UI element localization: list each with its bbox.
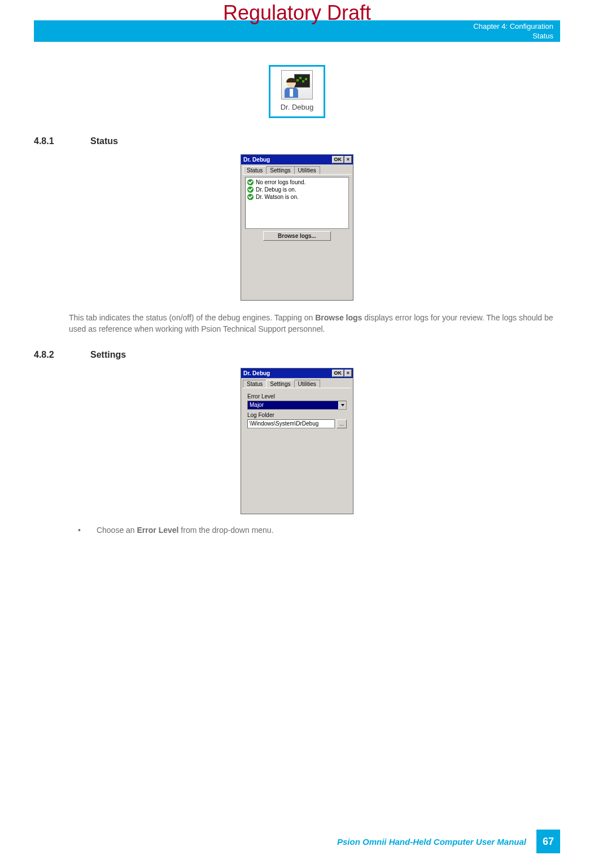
text-bold: Error Level (137, 526, 179, 535)
dr-debug-icon-image (281, 70, 313, 99)
close-button[interactable]: × (344, 156, 352, 163)
dialog-title: Dr. Debug (243, 370, 270, 376)
regulatory-draft-watermark: Regulatory Draft (223, 1, 371, 25)
dr-debug-status-dialog: Dr. Debug OK × Status Settings Utilities… (241, 154, 353, 301)
tab-settings[interactable]: Settings (266, 380, 294, 388)
tab-status[interactable]: Status (243, 166, 267, 174)
text: This tab indicates the status (on/off) o… (69, 313, 315, 322)
manual-title: Psion Omnii Hand-Held Computer User Manu… (337, 837, 526, 847)
status-item: Dr. Debug is on. (247, 186, 347, 193)
tab-utilities[interactable]: Utilities (294, 166, 320, 174)
check-icon (247, 194, 254, 200)
doctor-icon (284, 79, 299, 98)
section-title: Settings (90, 350, 126, 360)
log-folder-input[interactable] (247, 419, 335, 428)
section-481-heading: 4.8.1 Status (34, 136, 560, 146)
browse-path-button[interactable]: ... (337, 419, 347, 428)
log-folder-label: Log Folder (247, 412, 347, 418)
header-text: Chapter 4: Configuration Status (473, 22, 553, 41)
close-button[interactable]: × (344, 370, 352, 377)
tab-status[interactable]: Status (243, 380, 267, 388)
dialog-titlebar: Dr. Debug OK × (241, 155, 353, 164)
check-icon (247, 179, 254, 185)
tab-utilities[interactable]: Utilities (294, 380, 320, 388)
status-item-text: Dr. Watson is on. (256, 194, 299, 200)
page-number: 67 (536, 830, 560, 853)
text: from the drop-down menu. (178, 526, 273, 535)
dr-debug-settings-dialog: Dr. Debug OK × Status Settings Utilities… (241, 368, 353, 514)
app-icon-label: Dr. Debug (281, 103, 314, 111)
chevron-down-icon[interactable] (338, 401, 346, 409)
dialog-tabs: Status Settings Utilities (241, 378, 353, 388)
bullet-instruction: • Choose an Error Level from the drop-do… (78, 526, 560, 535)
dialog-titlebar: Dr. Debug OK × (241, 368, 353, 378)
status-item-text: Dr. Debug is on. (256, 186, 296, 193)
dropdown-value: Major (248, 401, 338, 409)
status-item-text: No error logs found. (256, 179, 305, 185)
status-list: No error logs found. Dr. Debug is on. Dr… (245, 177, 349, 229)
chapter-label: Chapter 4: Configuration (473, 22, 553, 32)
error-level-dropdown[interactable]: Major (247, 401, 347, 410)
section-title: Status (90, 136, 118, 146)
section-482-heading: 4.8.2 Settings (34, 350, 560, 360)
page-content: Dr. Debug 4.8.1 Status Dr. Debug OK × St… (34, 54, 560, 535)
check-icon (247, 186, 254, 193)
error-level-label: Error Level (247, 393, 347, 400)
tab-settings[interactable]: Settings (266, 166, 294, 174)
settings-tab-body: Error Level Major Log Folder ... (243, 388, 351, 512)
section-num: 4.8.1 (34, 136, 68, 146)
ok-button[interactable]: OK (332, 370, 344, 377)
browse-logs-button[interactable]: Browse logs... (263, 231, 331, 241)
section-label: Status (473, 32, 553, 41)
page-footer: Psion Omnii Hand-Held Computer User Manu… (337, 830, 560, 853)
ok-button[interactable]: OK (332, 156, 344, 163)
status-tab-body: No error logs found. Dr. Debug is on. Dr… (243, 174, 351, 298)
status-item: Dr. Watson is on. (247, 194, 347, 200)
text: Choose an (97, 526, 137, 535)
status-item: No error logs found. (247, 179, 347, 185)
section-num: 4.8.2 (34, 350, 68, 360)
status-description: This tab indicates the status (on/off) o… (69, 312, 560, 335)
dialog-title: Dr. Debug (243, 157, 270, 163)
dialog-tabs: Status Settings Utilities (241, 164, 353, 174)
bullet-marker: • (78, 526, 81, 535)
dr-debug-app-icon: Dr. Debug (269, 65, 325, 118)
text-bold: Browse logs (315, 313, 362, 322)
